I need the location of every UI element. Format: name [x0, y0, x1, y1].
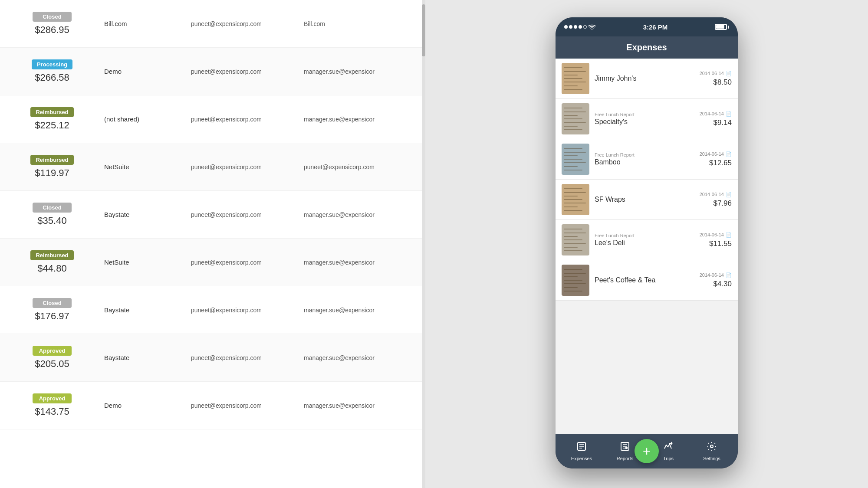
battery-tip: [728, 26, 729, 29]
receipt-line: [564, 273, 586, 274]
row-email: puneet@expensicorp.com: [182, 20, 295, 27]
table-row[interactable]: Closed $286.95 Bill.com puneet@expensico…: [0, 0, 425, 48]
expense-name: SF Wraps: [595, 196, 694, 203]
row-status-cell: Reimbursed $225.12: [9, 107, 95, 131]
expense-amount: $4.30: [713, 280, 732, 288]
expense-right: 2014-06-14 📄 $9.14: [700, 111, 732, 127]
expense-name: Bamboo: [595, 158, 694, 166]
expense-date: 2014-06-14: [700, 272, 724, 278]
row-manager: manager.sue@expensicor: [295, 211, 417, 218]
trips-icon: [663, 441, 674, 454]
row-amount: $225.12: [35, 120, 69, 131]
expense-report-label: Free Lunch Report: [595, 112, 694, 117]
row-email: puneet@expensicorp.com: [182, 211, 295, 218]
expense-item[interactable]: Jimmy John's 2014-06-14 📄 $8.50: [556, 59, 738, 99]
table-row[interactable]: Reimbursed $119.97 NetSuite puneet@expen…: [0, 143, 425, 191]
table-row[interactable]: Approved $143.75 Demo puneet@expensicorp…: [0, 382, 425, 429]
row-status-cell: Reimbursed $119.97: [9, 155, 95, 179]
table-row[interactable]: Approved $205.05 Baystate puneet@expensi…: [0, 334, 425, 382]
receipt-line: [564, 166, 578, 167]
table-row[interactable]: Closed $35.40 Baystate puneet@expensicor…: [0, 191, 425, 239]
receipt-attached-icon: 📄: [726, 192, 732, 197]
expense-item[interactable]: Free Lunch Report Lee's Deli 2014-06-14 …: [556, 220, 738, 260]
receipt-line: [564, 210, 582, 211]
row-manager: manager.sue@expensicor: [295, 68, 417, 75]
receipt-line: [564, 82, 586, 82]
receipt-line: [564, 159, 582, 160]
receipt-line: [564, 122, 586, 123]
row-manager: manager.sue@expensicor: [295, 259, 417, 266]
receipt-line: [564, 276, 578, 277]
expense-amount: $11.55: [709, 239, 732, 248]
receipt-line: [564, 291, 582, 291]
status-bar: 3:26 PM: [556, 17, 738, 36]
receipt-lines: [562, 103, 589, 134]
row-amount: $286.95: [35, 24, 69, 36]
receipt-line: [564, 118, 582, 119]
mobile-panel: 3:26 PM Expenses: [425, 0, 868, 488]
expense-date: 2014-06-14: [700, 151, 724, 157]
expense-item[interactable]: Free Lunch Report Specialty's 2014-06-14…: [556, 99, 738, 139]
expense-date-row: 2014-06-14 📄: [700, 71, 732, 76]
expense-amount: $7.96: [713, 199, 732, 208]
row-merchant: Demo: [95, 402, 182, 409]
receipt-line: [564, 236, 578, 237]
row-status-cell: Closed $286.95: [9, 12, 95, 36]
receipt-line: [564, 287, 578, 288]
receipt-attached-icon: 📄: [726, 232, 732, 238]
receipt-line: [564, 269, 582, 270]
scrollbar-thumb[interactable]: [422, 4, 425, 56]
row-amount: $119.97: [35, 167, 69, 179]
receipt-line: [564, 233, 586, 233]
row-merchant: NetSuite: [95, 163, 182, 170]
nav-expenses[interactable]: Expenses: [560, 441, 603, 461]
status-badge: Closed: [33, 12, 72, 22]
status-badge: Closed: [33, 203, 72, 213]
expense-item[interactable]: Peet's Coffee & Tea 2014-06-14 📄 $4.30: [556, 260, 738, 301]
row-status-cell: Approved $205.05: [9, 346, 95, 370]
status-badge: Reimbursed: [30, 250, 73, 260]
receipt-line: [564, 126, 578, 127]
expense-date-row: 2014-06-14 📄: [700, 272, 732, 278]
battery-body: [715, 24, 727, 30]
row-status-cell: Processing $266.58: [9, 59, 95, 83]
row-manager: Bill.com: [295, 20, 417, 27]
expense-details: Peet's Coffee & Tea: [595, 276, 694, 284]
status-badge: Closed: [33, 298, 72, 308]
nav-settings[interactable]: Settings: [690, 441, 733, 461]
receipt-line: [564, 71, 586, 72]
row-amount: $35.40: [37, 215, 66, 226]
table-row[interactable]: Closed $176.97 Baystate puneet@expensico…: [0, 286, 425, 334]
table-row[interactable]: Reimbursed $44.80 NetSuite puneet@expens…: [0, 239, 425, 286]
bottom-nav: Expenses Reports +: [556, 434, 738, 468]
settings-label: Settings: [703, 456, 720, 461]
row-status-cell: Reimbursed $44.80: [9, 250, 95, 274]
expense-details: Jimmy John's: [595, 75, 694, 82]
receipt-line: [564, 129, 582, 130]
wifi-icon: [588, 24, 596, 30]
status-badge: Reimbursed: [30, 155, 73, 165]
table-row[interactable]: Reimbursed $225.12 (not shared) puneet@e…: [0, 95, 425, 143]
table-row[interactable]: Processing $266.58 Demo puneet@expensico…: [0, 48, 425, 95]
expense-item[interactable]: Free Lunch Report Bamboo 2014-06-14 📄 $1…: [556, 139, 738, 180]
add-button[interactable]: +: [635, 439, 659, 463]
scrollbar[interactable]: [422, 0, 425, 488]
row-email: puneet@expensicorp.com: [182, 164, 295, 170]
expense-details: Free Lunch Report Bamboo: [595, 152, 694, 166]
expense-item[interactable]: SF Wraps 2014-06-14 📄 $7.96: [556, 180, 738, 220]
signal-dot: [564, 25, 568, 29]
svg-point-10: [710, 445, 713, 448]
row-manager: manager.sue@expensicor: [295, 402, 417, 409]
expense-amount: $12.65: [709, 159, 732, 167]
row-status-cell: Approved $143.75: [9, 393, 95, 417]
receipt-thumbnail: [562, 265, 589, 296]
expense-date: 2014-06-14: [700, 71, 724, 76]
row-email: puneet@expensicorp.com: [182, 259, 295, 266]
status-badge: Processing: [32, 59, 72, 69]
receipt-lines: [562, 144, 589, 175]
expenses-label: Expenses: [571, 456, 592, 461]
expense-right: 2014-06-14 📄 $7.96: [700, 192, 732, 208]
expense-list[interactable]: Jimmy John's 2014-06-14 📄 $8.50 Free Lun…: [556, 59, 738, 434]
receipt-line: [564, 247, 578, 248]
receipt-line: [564, 155, 578, 156]
